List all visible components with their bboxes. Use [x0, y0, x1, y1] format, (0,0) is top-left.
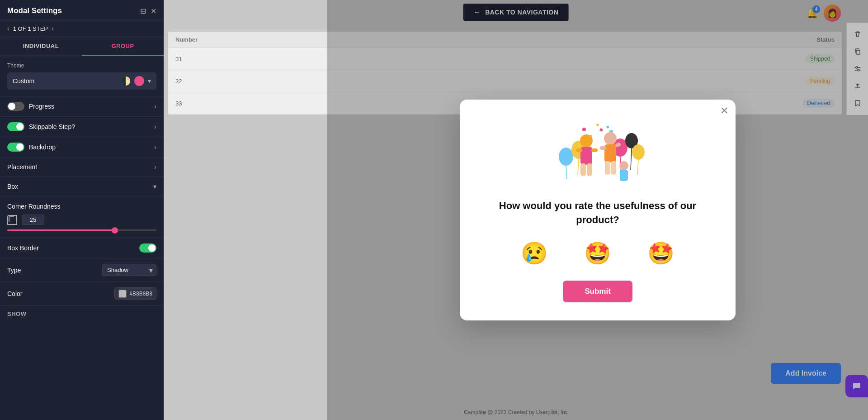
backdrop-toggle-knob: [16, 143, 24, 151]
panel-header: Modal Settings ⊟ ✕: [0, 0, 164, 20]
modal-illustration: [548, 116, 647, 188]
type-row: Type Shadow Solid None ▾: [0, 258, 164, 282]
svg-rect-20: [606, 126, 609, 129]
box-row[interactable]: Box ▾: [0, 177, 164, 196]
svg-rect-23: [576, 148, 582, 152]
color-row: Color #B8B8B8: [0, 282, 164, 306]
emoji-happy[interactable]: 🤩: [584, 241, 611, 266]
svg-rect-26: [587, 163, 592, 176]
corner-icon: [7, 215, 17, 225]
left-panel: Modal Settings ⊟ ✕ ‹ 1 OF 1 STEP › INDIV…: [0, 0, 164, 420]
color-hex-value: #B8B8B8: [129, 291, 152, 297]
step-next-arrow[interactable]: ›: [52, 25, 54, 32]
main-area: ← BACK TO NAVIGATION Number Status 31 Sh…: [164, 0, 868, 420]
roundness-controls: [7, 215, 156, 225]
corner-roundness-section: Corner Roundness: [0, 196, 164, 238]
modal-close-button[interactable]: ✕: [720, 106, 728, 116]
svg-rect-32: [611, 161, 616, 175]
svg-line-12: [631, 148, 632, 170]
modal-title: How would you rate the usefulness of our…: [478, 199, 717, 227]
moon-icon: 🌓: [121, 76, 131, 86]
roundness-slider-fill: [7, 229, 115, 231]
backdrop-toggle-left: Backdrop: [7, 143, 56, 152]
theme-section: Theme Custom 🌓 ▾: [0, 56, 164, 96]
backdrop-row: Backdrop ›: [0, 137, 164, 158]
emoji-love[interactable]: 🤩: [647, 241, 675, 266]
svg-point-33: [619, 161, 628, 170]
modal: ✕: [460, 100, 736, 320]
box-label: Box: [7, 183, 18, 190]
svg-point-27: [604, 132, 617, 145]
show-label: SHOW: [0, 306, 164, 322]
svg-point-13: [632, 144, 645, 160]
theme-controls: 🌓 ▾: [121, 76, 151, 86]
theme-chevron-icon[interactable]: ▾: [148, 77, 151, 85]
svg-point-16: [596, 124, 599, 126]
box-border-toggle[interactable]: [139, 243, 156, 253]
tab-individual[interactable]: INDIVIDUAL: [0, 37, 82, 56]
color-swatch-group[interactable]: #B8B8B8: [114, 287, 156, 300]
skippable-toggle-knob: [16, 123, 24, 130]
progress-arrow-icon[interactable]: ›: [154, 103, 156, 110]
svg-point-21: [580, 134, 593, 147]
table-cell-number: 31: [175, 56, 182, 62]
color-swatch: [118, 290, 127, 298]
progress-toggle-knob: [8, 103, 15, 110]
skippable-label: Skippable Step?: [29, 123, 75, 130]
roundness-input[interactable]: [22, 215, 44, 225]
svg-rect-24: [591, 148, 598, 152]
placement-label: Placement: [7, 163, 37, 171]
placement-row[interactable]: Placement ›: [0, 158, 164, 177]
skippable-toggle[interactable]: [7, 122, 24, 131]
progress-label: Progress: [29, 103, 54, 110]
type-select[interactable]: Shadow Solid None: [102, 264, 156, 276]
modal-emojis: 😢 🤩 🤩: [478, 241, 717, 266]
table-col-number: Number: [175, 36, 198, 43]
table-cell-number: 32: [175, 78, 182, 85]
roundness-slider-thumb[interactable]: [112, 227, 118, 234]
step-prev-arrow[interactable]: ‹: [7, 25, 9, 32]
close-icon[interactable]: ✕: [151, 7, 156, 15]
corner-roundness-label: Corner Roundness: [7, 203, 156, 210]
theme-color-circle[interactable]: [134, 76, 144, 86]
progress-row: Progress ›: [0, 96, 164, 117]
svg-line-6: [566, 166, 567, 179]
backdrop-label: Backdrop: [29, 143, 56, 151]
panel-header-icons: ⊟ ✕: [140, 7, 156, 15]
box-border-row: Box Border: [0, 238, 164, 258]
svg-point-15: [582, 128, 586, 131]
theme-label: Theme: [7, 62, 156, 69]
step-label: 1 OF 1 STEP: [13, 25, 48, 32]
tab-group[interactable]: GROUP: [82, 37, 164, 56]
table-cell-number: 33: [175, 100, 182, 107]
modal-submit-button[interactable]: Submit: [563, 281, 632, 302]
modal-overlay: ✕: [327, 0, 868, 420]
color-label: Color: [7, 290, 22, 297]
minimize-icon[interactable]: ⊟: [140, 7, 146, 15]
box-border-toggle-knob: [148, 244, 156, 252]
skippable-arrow-icon[interactable]: ›: [154, 123, 156, 130]
box-chevron-icon: ▾: [153, 183, 156, 190]
svg-rect-31: [605, 161, 610, 175]
svg-point-5: [559, 148, 573, 166]
emoji-sad[interactable]: 😢: [521, 241, 548, 266]
panel-title: Modal Settings: [7, 6, 62, 15]
box-border-label: Box Border: [7, 244, 39, 252]
backdrop-arrow-icon[interactable]: ›: [154, 143, 156, 151]
progress-toggle[interactable]: [7, 102, 24, 111]
roundness-slider-track[interactable]: [7, 229, 156, 231]
svg-rect-22: [580, 147, 592, 165]
svg-rect-28: [604, 144, 616, 162]
skippable-row: Skippable Step? ›: [0, 117, 164, 137]
svg-rect-25: [580, 163, 586, 176]
step-nav: ‹ 1 OF 1 STEP ›: [0, 20, 164, 37]
progress-toggle-left: Progress: [7, 102, 54, 111]
backdrop-toggle[interactable]: [7, 143, 24, 152]
type-label: Type: [7, 267, 21, 274]
theme-value: Custom: [13, 77, 34, 85]
tabs: INDIVIDUAL GROUP: [0, 37, 164, 56]
placement-chevron-icon: ›: [154, 163, 156, 171]
svg-rect-29: [600, 146, 606, 150]
svg-rect-34: [620, 170, 628, 181]
svg-line-8: [578, 159, 579, 175]
